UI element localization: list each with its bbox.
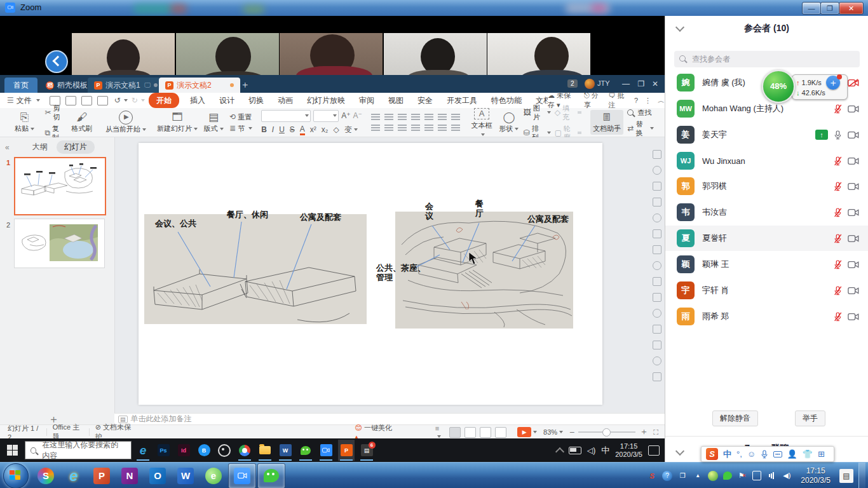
taskbar-wps-presentation-active[interactable]: P [338,440,355,461]
doc-assistant-button[interactable]: 🗏文档助手 [590,110,623,135]
taskbar-outlook[interactable]: O [144,464,171,488]
notes-tray-icon[interactable]: ▤ [839,469,853,483]
battery-icon[interactable] [569,447,581,454]
zoom-slider[interactable] [578,431,635,433]
slideshow-view-button[interactable] [495,427,506,438]
font-name-combo[interactable] [261,110,311,122]
menu-tab-review[interactable]: 审阅 [352,93,381,107]
format-painter-button[interactable]: 🖌格式刷 [69,111,95,133]
fill-panel-icon[interactable] [653,198,661,207]
menu-tab-security[interactable]: 安全 [410,93,440,107]
taskbar-powerpoint[interactable]: P [88,464,115,488]
bold-icon[interactable]: B [261,125,267,134]
keyboard-icon[interactable]: ▪▪▪ [773,451,782,458]
wps-tab-docer[interactable]: 稻 稻壳模板 [39,78,94,93]
slide-thumbnail-2[interactable] [14,219,105,268]
paste-button[interactable]: ⎘粘贴 [8,111,41,133]
increase-font-icon[interactable]: A⁺ [341,111,350,120]
show-desktop-button[interactable] [858,463,865,488]
slide-thumbnail-1-selected[interactable] [14,157,106,215]
start-button-win10[interactable] [7,445,18,456]
style-icon[interactable] [653,182,661,191]
wps-minimize-button[interactable]: — [618,77,634,91]
share-button[interactable]: ⎋ 分享 [584,91,602,110]
sogou-tray-icon[interactable]: S [647,471,657,481]
collapse-panel-icon[interactable]: « [5,143,10,152]
decrease-font-icon[interactable]: A⁻ [353,111,362,120]
unmute-button[interactable]: 解除静音 [712,410,758,426]
close-button[interactable]: ✕ [839,2,864,15]
win10-clock[interactable]: 17:152020/3/5 [615,442,642,459]
font-size-combo[interactable] [313,110,339,122]
taskbar-zoom-active[interactable] [228,463,256,488]
help-tray-icon[interactable]: ? [662,471,672,481]
slide-canvas[interactable]: 会议、公共 餐厅、休闲 公寓及配套 会 议 餐 厅 公寓及配套 公共、茶座、 管… [139,143,602,405]
restore-windows-icon[interactable]: ❐ [677,471,688,481]
taskbar-onenote[interactable]: N [116,464,143,488]
menu-tab-transition[interactable]: 切换 [241,93,271,107]
skin-icon[interactable]: 👕 [803,450,813,458]
participant-row[interactable]: 郭 郭羽棋 [665,173,868,199]
collapse-ribbon-icon[interactable]: ︿ [658,96,665,105]
wps-tab-doc2-active[interactable]: P 演示文稿2 [159,78,240,93]
play-slideshow-button[interactable]: ▶ [517,427,531,437]
participant-row[interactable]: 宇 宇轩 肖 [665,278,868,303]
undo-caret[interactable] [124,99,128,102]
participant-row[interactable]: 颖 颖琳 王 [665,252,868,277]
punctuation-icon[interactable]: °, [736,450,742,458]
slide-sorter-button[interactable] [465,427,476,438]
new-tab-button[interactable]: ＋ [240,79,250,91]
raise-hand-button[interactable]: 举手 [795,410,825,426]
participant-row[interactable]: 韦 韦汝吉 [665,200,868,225]
win7-clock[interactable]: 17:15 2020/3/5 [801,466,831,485]
export-icon[interactable] [65,96,76,105]
wechat-tray-icon[interactable] [723,471,732,480]
chart-panel-icon[interactable] [653,293,661,302]
subscript-icon[interactable]: x₂ [322,125,329,134]
strikethrough-icon[interactable]: S [290,125,295,134]
menu-tab-view[interactable]: 视图 [381,93,410,107]
print-preview-icon[interactable] [97,96,108,105]
user-name[interactable]: JTY [597,79,610,87]
participant-row[interactable]: MW Mohan Wang (主持人) [665,96,868,121]
ime-indicator[interactable]: 中 [601,445,609,456]
layout-panel-icon[interactable] [653,229,661,238]
show-hidden-icons[interactable]: ▲ [693,471,703,481]
clear-format-icon[interactable]: ◇ [334,125,339,134]
emoji-icon[interactable]: ☺ [747,450,756,458]
replace-button[interactable]: ⇄替换 [627,119,654,137]
menu-tab-animation[interactable]: 动画 [271,93,300,107]
menu-tab-home[interactable]: 开始 [149,93,179,108]
normal-view-button[interactable] [449,427,461,438]
taskbar-notebook[interactable]: ▤6 [358,440,375,461]
participant-search-input[interactable] [674,51,860,67]
reset-button[interactable]: ⟲重置 [229,112,252,121]
action-center-flag-icon[interactable]: ⚑✕ [737,471,747,481]
sogou-logo-icon[interactable]: S [706,448,718,460]
network-signal-icon[interactable] [766,471,776,481]
widget-icon[interactable] [653,372,661,381]
find-button[interactable]: 查找 [627,108,654,117]
participant-row[interactable]: 姜 姜天宇 ↑ [665,122,868,147]
taskbar-wechat-active[interactable] [257,463,285,488]
reading-view-button[interactable] [480,427,491,438]
message-count-badge[interactable]: 2 [567,79,578,88]
menu-tab-devtools[interactable]: 开发工具 [440,93,484,107]
section-button[interactable]: ≣节 [229,124,252,133]
zoom-slider-knob[interactable] [602,428,611,437]
textbox-button[interactable]: A文本框 [469,107,494,138]
account-icon[interactable]: 👤 [787,450,797,458]
play-options-caret[interactable] [533,431,537,433]
participant-row[interactable]: WJ Wu Jinxuan [665,148,868,173]
taskbar-edge[interactable]: e [135,440,151,461]
comment-panel-icon[interactable] [653,309,661,318]
sogou-ime-bar[interactable]: S 中 °, ☺ ▪▪▪ 👤 👕 ⊞ [701,446,834,462]
minimize-button[interactable]: — [802,2,821,15]
toolbox-grid-icon[interactable]: ⊞ [818,450,825,458]
taskbar-bilibili[interactable]: B [196,440,212,461]
360-safety-icon[interactable] [708,471,718,481]
file-menu[interactable]: ☰ 文件 [0,93,47,107]
memory-percent-ball[interactable]: 48% [762,70,795,103]
ime-mode-chinese[interactable]: 中 [723,450,731,458]
wps-close-button[interactable]: ✕ [647,77,663,91]
